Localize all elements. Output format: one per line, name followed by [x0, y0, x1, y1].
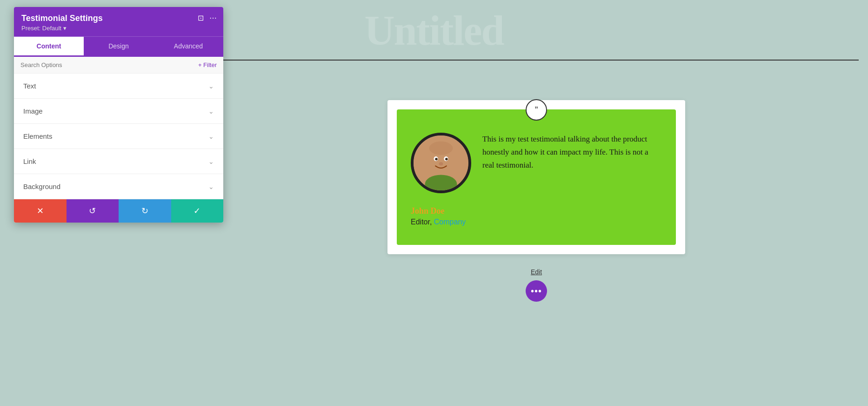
panel-title: Testimonial Settings: [21, 14, 216, 23]
page-title: Untitled: [365, 7, 504, 54]
svg-point-2: [425, 157, 429, 164]
testimonial-quote: This is my test testimonial talking abou…: [482, 133, 662, 172]
panel-tabs: Content Design Advanced: [14, 36, 223, 57]
undo-button[interactable]: ↺: [67, 199, 119, 223]
accordion-image-header[interactable]: Image ⌄: [14, 99, 223, 123]
testimonial-wrapper: ”: [387, 100, 685, 254]
edit-area: Edit •••: [526, 268, 547, 302]
quote-icon-wrapper: ”: [526, 99, 547, 121]
filter-button[interactable]: + Filter: [198, 61, 217, 68]
redo-button[interactable]: ↻: [119, 199, 171, 223]
accordion-image-label: Image: [23, 107, 43, 115]
accordion-link: Link ⌄: [14, 149, 223, 174]
avatar: [411, 133, 471, 193]
svg-point-3: [453, 157, 457, 164]
tab-advanced[interactable]: Advanced: [154, 37, 223, 57]
panel-actions: ✕ ↺ ↻ ✓: [14, 199, 223, 223]
accordion-text-header[interactable]: Text ⌄: [14, 74, 223, 98]
testimonial-author: John Doe Editor, Company: [411, 206, 662, 226]
search-input[interactable]: [20, 61, 194, 68]
chevron-down-icon: ⌄: [208, 183, 214, 190]
chevron-down-icon: ⌄: [208, 108, 214, 115]
chevron-down-icon: ⌄: [208, 158, 214, 165]
testimonial-text-block: This is my test testimonial talking abou…: [482, 133, 662, 193]
accordion-link-label: Link: [23, 157, 36, 165]
panel-header-icons: ⊡ ⋯: [198, 14, 217, 22]
avatar-wrapper: [411, 133, 471, 193]
accordion-elements-label: Elements: [23, 132, 53, 140]
testimonial-body: This is my test testimonial talking abou…: [411, 133, 662, 193]
focus-icon[interactable]: ⊡: [198, 14, 204, 22]
save-button[interactable]: ✓: [171, 199, 224, 223]
chevron-down-icon: ⌄: [208, 82, 214, 90]
accordion-link-header[interactable]: Link ⌄: [14, 149, 223, 174]
edit-link[interactable]: Edit: [531, 268, 542, 276]
panel-header: Testimonial Settings Preset: Default ▾ ⊡…: [14, 7, 223, 36]
accordion-elements-header[interactable]: Elements ⌄: [14, 124, 223, 149]
accordion-elements: Elements ⌄: [14, 124, 223, 149]
accordion-text-label: Text: [23, 82, 36, 90]
svg-point-8: [435, 158, 437, 160]
svg-point-9: [445, 158, 447, 160]
testimonial-card: ”: [397, 109, 676, 245]
dots-button[interactable]: •••: [526, 280, 547, 302]
panel-preset[interactable]: Preset: Default ▾: [21, 25, 216, 32]
author-name: John Doe: [411, 206, 662, 216]
cancel-button[interactable]: ✕: [14, 199, 67, 223]
author-role: Editor, Company: [411, 218, 662, 226]
svg-point-11: [439, 162, 443, 165]
chevron-down-icon: ⌄: [208, 133, 214, 140]
accordion-image: Image ⌄: [14, 99, 223, 124]
main-content: ”: [214, 63, 859, 397]
accordion-background: Background ⌄: [14, 174, 223, 199]
settings-panel: Testimonial Settings Preset: Default ▾ ⊡…: [14, 7, 223, 223]
tab-design[interactable]: Design: [84, 37, 154, 57]
author-company: Company: [434, 218, 466, 226]
search-bar: + Filter: [14, 57, 223, 74]
quote-icon: ”: [535, 105, 538, 115]
svg-point-10: [429, 142, 453, 155]
accordion-background-header[interactable]: Background ⌄: [14, 174, 223, 199]
accordion-text: Text ⌄: [14, 74, 223, 99]
tab-content[interactable]: Content: [14, 37, 84, 57]
divider: [214, 60, 859, 61]
accordion-background-label: Background: [23, 183, 60, 190]
more-icon[interactable]: ⋯: [209, 14, 217, 22]
